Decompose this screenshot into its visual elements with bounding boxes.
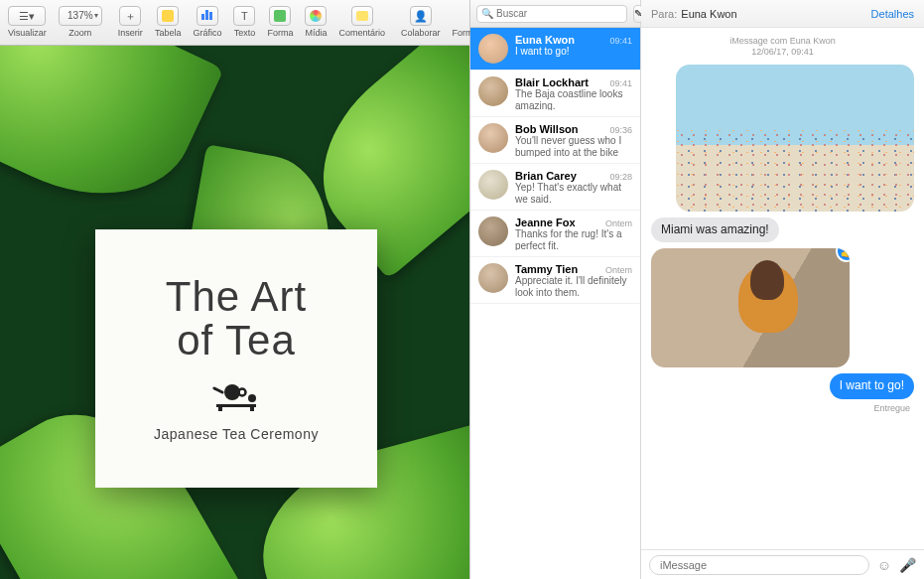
- chart-label: Gráfico: [193, 28, 221, 38]
- pages-window: ☰▾ Visualizar 137% Zoom ＋ Inserir Tabela…: [0, 0, 470, 579]
- leaf-decoration: [0, 46, 224, 231]
- zoom-control[interactable]: 137% Zoom: [55, 4, 106, 40]
- outgoing-message[interactable]: I want to go!: [830, 373, 914, 399]
- avatar: [478, 123, 508, 153]
- shape-button[interactable]: Forma: [263, 4, 297, 40]
- conversation-time: 09:41: [609, 78, 632, 88]
- svg-rect-4: [250, 407, 254, 411]
- text-icon: T: [233, 6, 255, 26]
- mic-button[interactable]: 🎤: [899, 557, 916, 573]
- collaborate-button[interactable]: 👤 Colaborar: [397, 4, 445, 40]
- conversation-preview: Thanks for the rug! It's a perfect fit.: [515, 228, 632, 250]
- pages-toolbar: ☰▾ Visualizar 137% Zoom ＋ Inserir Tabela…: [0, 0, 469, 46]
- conversation-time: 09:28: [609, 172, 632, 182]
- svg-point-1: [239, 389, 246, 396]
- media-label: Mídia: [305, 28, 327, 38]
- search-field[interactable]: 🔍: [476, 5, 627, 23]
- conversation-item[interactable]: Jeanne FoxOntemThanks for the rug! It's …: [470, 211, 640, 257]
- teapot-icon: [210, 380, 262, 412]
- insert-label: Inserir: [118, 28, 143, 38]
- conversation-time: Ontem: [605, 265, 632, 275]
- svg-rect-2: [216, 404, 256, 407]
- shape-icon: [269, 6, 291, 26]
- conversation-name: Tammy Tien: [515, 263, 578, 275]
- insert-icon: ＋: [119, 6, 141, 26]
- text-label: Texto: [234, 28, 256, 38]
- message-row: Miami was amazing!: [651, 217, 914, 243]
- conversation-preview: You'll never guess who I bumped into at …: [515, 135, 632, 157]
- view-button[interactable]: ☰▾ Visualizar: [4, 4, 51, 40]
- conversation-name: Brian Carey: [515, 170, 577, 182]
- table-icon: [157, 6, 179, 26]
- messages-window: 🔍 ✎ Euna Kwon09:41I want to go!Blair Loc…: [470, 0, 924, 579]
- conversation-name: Jeanne Fox: [515, 217, 576, 228]
- table-button[interactable]: Tabela: [151, 4, 186, 40]
- svg-rect-3: [218, 407, 222, 411]
- media-button[interactable]: Mídia: [301, 4, 330, 40]
- image-message-beach[interactable]: [676, 65, 914, 212]
- chat-input-bar: ☺ 🎤: [641, 549, 924, 579]
- comment-icon: [351, 6, 373, 26]
- thumbs-up-reaction-icon[interactable]: 👍: [836, 248, 850, 262]
- delivered-status: Entregue: [651, 403, 914, 413]
- title-card[interactable]: The Art of Tea Japanese Tea Ceremony: [95, 229, 377, 488]
- image-message-portrait[interactable]: 👍: [651, 248, 850, 367]
- conversation-body: Jeanne FoxOntemThanks for the rug! It's …: [515, 217, 632, 250]
- emoji-button[interactable]: ☺: [877, 557, 891, 573]
- shape-label: Forma: [267, 28, 293, 38]
- conversation-body: Blair Lockhart09:41The Baja coastline lo…: [515, 76, 632, 110]
- table-label: Tabela: [155, 28, 182, 38]
- conversation-list[interactable]: Euna Kwon09:41I want to go!Blair Lockhar…: [470, 28, 640, 579]
- conversation-body: Bob Willson09:36You'll never guess who I…: [515, 123, 632, 157]
- conversation-name: Euna Kwon: [515, 34, 575, 46]
- to-label: Para:: [651, 8, 677, 20]
- details-link[interactable]: Detalhes: [871, 8, 914, 20]
- search-icon: 🔍: [481, 8, 493, 19]
- avatar: [478, 34, 508, 64]
- incoming-message[interactable]: Miami was amazing!: [651, 217, 779, 243]
- conversation-preview: Appreciate it. I'll definitely look into…: [515, 275, 632, 297]
- text-button[interactable]: T Texto: [229, 4, 259, 40]
- document-canvas[interactable]: The Art of Tea Japanese Tea Ceremony: [0, 46, 469, 579]
- zoom-select[interactable]: 137%: [59, 6, 102, 26]
- message-row: I want to go!: [651, 373, 914, 399]
- message-input[interactable]: [660, 559, 858, 571]
- conversation-name: Bob Willson: [515, 123, 578, 135]
- conversation-sidebar: 🔍 ✎ Euna Kwon09:41I want to go!Blair Loc…: [470, 0, 641, 579]
- conversation-time: Ontem: [605, 218, 632, 228]
- conversation-preview: The Baja coastline looks amazing.: [515, 88, 632, 110]
- message-field[interactable]: [649, 555, 869, 575]
- avatar: [478, 217, 508, 246]
- collaborate-label: Colaborar: [401, 28, 441, 38]
- conversation-item[interactable]: Euna Kwon09:41I want to go!: [470, 28, 640, 71]
- conversation-item[interactable]: Blair Lockhart09:41The Baja coastline lo…: [470, 71, 640, 117]
- doc-title: The Art of Tea: [166, 275, 307, 362]
- conversation-body: Tammy TienOntemAppreciate it. I'll defin…: [515, 263, 632, 297]
- comment-label: Comentário: [338, 28, 385, 38]
- conversation-item[interactable]: Tammy TienOntemAppreciate it. I'll defin…: [470, 257, 640, 304]
- chat-header: Para: Euna Kwon Detalhes: [641, 0, 924, 28]
- search-input[interactable]: [496, 8, 622, 19]
- conversation-preview: I want to go!: [515, 46, 632, 58]
- doc-subtitle: Japanese Tea Ceremony: [154, 426, 319, 442]
- conversation-item[interactable]: Bob Willson09:36You'll never guess who I…: [470, 117, 640, 164]
- zoom-label: Zoom: [68, 28, 91, 38]
- svg-point-5: [248, 394, 256, 402]
- conversation-name: Blair Lockhart: [515, 76, 589, 88]
- conversation-item[interactable]: Brian Carey09:28Yep! That's exactly what…: [470, 164, 640, 211]
- chat-scroll[interactable]: iMessage com Euna Kwon 12/06/17, 09:41 M…: [641, 28, 924, 549]
- comment-button[interactable]: Comentário: [334, 4, 389, 40]
- avatar: [478, 76, 508, 106]
- thread-meta: iMessage com Euna Kwon 12/06/17, 09:41: [651, 36, 914, 59]
- conversation-body: Euna Kwon09:41I want to go!: [515, 34, 632, 64]
- sidebar-top: 🔍 ✎: [470, 0, 640, 28]
- insert-button[interactable]: ＋ Inserir: [114, 4, 147, 40]
- avatar: [478, 263, 508, 293]
- recipient-name[interactable]: Euna Kwon: [681, 8, 736, 20]
- view-icon: ☰▾: [8, 6, 46, 26]
- media-icon: [305, 6, 327, 26]
- conversation-body: Brian Carey09:28Yep! That's exactly what…: [515, 170, 632, 204]
- collaborate-icon: 👤: [410, 6, 432, 26]
- chart-button[interactable]: Gráfico: [189, 4, 225, 40]
- view-label: Visualizar: [8, 28, 47, 38]
